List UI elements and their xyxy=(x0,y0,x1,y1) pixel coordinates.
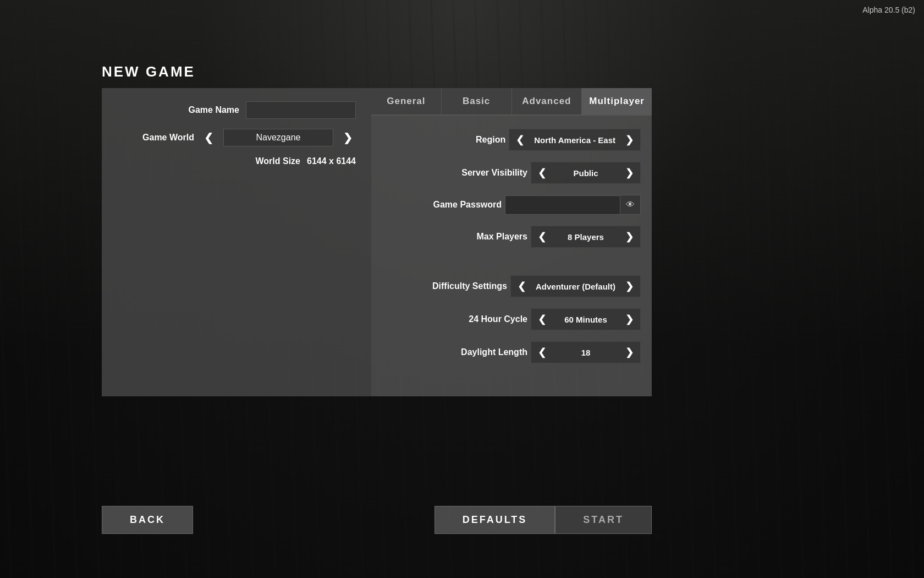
game-name-label: Game Name xyxy=(179,105,239,115)
difficulty-value: Adventurer (Default) xyxy=(532,277,619,296)
daylight-prev-button[interactable]: ❮ xyxy=(531,342,553,363)
tab-advanced[interactable]: Advanced xyxy=(512,88,582,114)
bottom-bar: BACK DEFAULTS START xyxy=(102,506,652,534)
defaults-button[interactable]: DEFAULTS xyxy=(435,506,556,534)
game-world-label: Game World xyxy=(134,133,194,143)
tabs: General Basic Advanced Multiplayer xyxy=(371,88,652,116)
difficulty-next-button[interactable]: ❯ xyxy=(619,276,640,297)
right-panel: General Basic Advanced Multiplayer Regio… xyxy=(371,88,652,396)
max-players-control: ❮ 8 Players ❯ xyxy=(531,226,641,248)
server-visibility-label: Server Visibility xyxy=(461,168,527,178)
panels: Game Name Game World ❮ Navezgane ❯ World… xyxy=(102,88,652,396)
daylight-control: ❮ 18 ❯ xyxy=(531,341,641,363)
server-visibility-next-button[interactable]: ❯ xyxy=(619,162,640,183)
game-name-input[interactable] xyxy=(246,101,356,119)
cycle-row: 24 Hour Cycle ❮ 60 Minutes ❯ xyxy=(382,308,641,330)
game-world-row: Game World ❮ Navezgane ❯ xyxy=(117,129,356,146)
region-value: North America - East xyxy=(531,131,619,149)
difficulty-label: Difficulty Settings xyxy=(432,281,507,291)
password-visibility-button[interactable]: 👁 xyxy=(620,195,641,215)
bottom-right-buttons: DEFAULTS START xyxy=(435,506,652,534)
page-title: NEW GAME xyxy=(102,63,652,80)
world-size-label: World Size xyxy=(240,156,300,166)
cycle-prev-button[interactable]: ❮ xyxy=(531,309,553,330)
tab-basic[interactable]: Basic xyxy=(442,88,512,114)
version-label: Alpha 20.5 (b2) xyxy=(862,6,915,14)
game-world-value: Navezgane xyxy=(223,129,333,146)
max-players-next-button[interactable]: ❯ xyxy=(619,226,640,247)
region-row: Region ❮ North America - East ❯ xyxy=(382,129,641,151)
daylight-value: 18 xyxy=(553,343,619,362)
tab-multiplayer[interactable]: Multiplayer xyxy=(582,88,652,114)
daylight-label: Daylight Length xyxy=(461,347,527,357)
tab-general[interactable]: General xyxy=(371,88,442,114)
difficulty-prev-button[interactable]: ❮ xyxy=(511,276,532,297)
region-next-button[interactable]: ❯ xyxy=(619,129,640,150)
server-visibility-row: Server Visibility ❮ Public ❯ xyxy=(382,162,641,184)
difficulty-row: Difficulty Settings ❮ Adventurer (Defaul… xyxy=(382,275,641,297)
back-button[interactable]: BACK xyxy=(102,506,193,534)
game-password-label: Game Password xyxy=(433,200,502,210)
difficulty-control: ❮ Adventurer (Default) ❯ xyxy=(510,275,641,297)
cycle-next-button[interactable]: ❯ xyxy=(619,309,640,330)
max-players-label: Max Players xyxy=(476,232,527,242)
server-visibility-control: ❮ Public ❯ xyxy=(531,162,641,184)
max-players-prev-button[interactable]: ❮ xyxy=(531,226,553,247)
game-world-prev-button[interactable]: ❮ xyxy=(201,130,217,145)
world-size-row: World Size 6144 x 6144 xyxy=(117,156,356,166)
cycle-label: 24 Hour Cycle xyxy=(469,314,527,324)
max-players-value: 8 Players xyxy=(553,228,619,246)
daylight-next-button[interactable]: ❯ xyxy=(619,342,640,363)
max-players-row: Max Players ❮ 8 Players ❯ xyxy=(382,226,641,248)
region-control: ❮ North America - East ❯ xyxy=(509,129,641,151)
game-password-input[interactable] xyxy=(505,195,620,215)
game-name-row: Game Name xyxy=(117,101,356,119)
server-visibility-prev-button[interactable]: ❮ xyxy=(531,162,553,183)
main-container: NEW GAME Game Name Game World ❮ Navezgan… xyxy=(102,63,652,396)
start-button[interactable]: START xyxy=(555,506,652,534)
game-world-next-button[interactable]: ❯ xyxy=(340,130,356,145)
world-size-value: 6144 x 6144 xyxy=(307,156,356,166)
daylight-row: Daylight Length ❮ 18 ❯ xyxy=(382,341,641,363)
right-content: Region ❮ North America - East ❯ Server V… xyxy=(371,116,652,377)
game-password-row: Game Password 👁 xyxy=(382,195,641,215)
server-visibility-value: Public xyxy=(553,164,619,182)
cycle-control: ❮ 60 Minutes ❯ xyxy=(531,308,641,330)
region-label: Region xyxy=(476,135,505,145)
left-panel: Game Name Game World ❮ Navezgane ❯ World… xyxy=(102,88,371,396)
cycle-value: 60 Minutes xyxy=(553,310,619,329)
region-prev-button[interactable]: ❮ xyxy=(509,129,531,150)
